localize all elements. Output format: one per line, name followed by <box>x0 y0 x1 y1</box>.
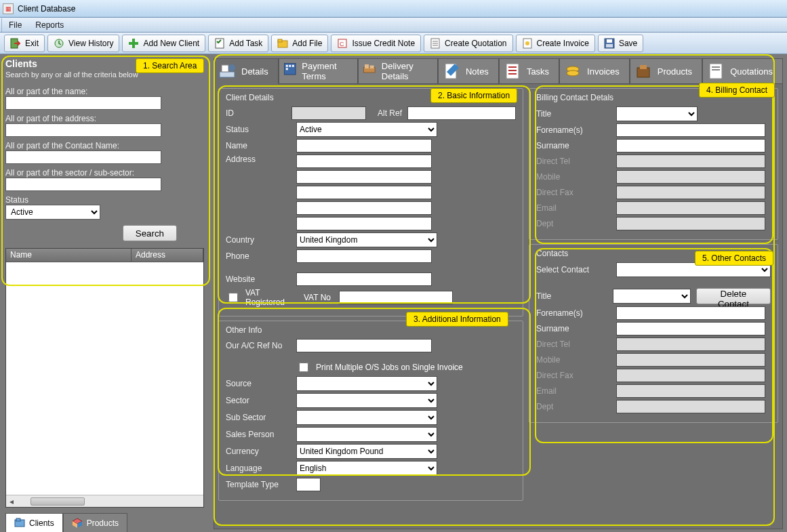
tab-products[interactable]: Products <box>630 58 702 84</box>
vat-registered-checkbox[interactable] <box>228 293 238 302</box>
svg-rect-36 <box>508 66 517 68</box>
contact-email-input <box>616 384 765 398</box>
website-input[interactable] <box>296 272 432 286</box>
detail-tab-strip: Details Payment Terms Delivery Details N… <box>214 57 783 84</box>
search-address-input[interactable] <box>5 123 161 137</box>
exit-button[interactable]: Exit <box>4 35 45 52</box>
phone-label: Phone <box>226 251 291 261</box>
search-status-label: Status <box>5 195 204 205</box>
tab-delivery-label: Delivery Details <box>382 61 428 81</box>
bottom-tab-products[interactable]: Products <box>63 513 127 532</box>
contact-direct-fax-input <box>616 369 765 382</box>
tab-invoices-label: Invoices <box>587 66 620 77</box>
search-contact-input[interactable] <box>5 150 161 164</box>
view-history-button[interactable]: View History <box>47 35 119 52</box>
notes-icon <box>443 62 460 80</box>
billing-dept-input <box>616 217 765 230</box>
billing-surname-input[interactable] <box>616 139 765 152</box>
col-name[interactable]: Name <box>6 249 132 262</box>
results-grid-hscroll[interactable]: ◂ <box>6 495 203 507</box>
country-select[interactable]: United Kingdom <box>296 232 437 247</box>
source-select[interactable] <box>296 376 437 391</box>
currency-label: Currency <box>226 447 291 456</box>
search-name-input[interactable] <box>5 96 161 110</box>
contact-mobile-label: Mobile <box>536 355 611 365</box>
save-button[interactable]: Save <box>598 35 643 52</box>
search-status-select[interactable]: Active <box>5 205 100 220</box>
issue-credit-note-button[interactable]: C Issue Credit Note <box>331 35 421 52</box>
contact-surname-input[interactable] <box>616 322 765 335</box>
tab-notes[interactable]: Notes <box>438 58 499 84</box>
bottom-tab-clients[interactable]: Clients <box>5 513 63 532</box>
billing-title-select[interactable] <box>616 106 698 121</box>
annotation-2: 2. Basic Information <box>430 88 517 103</box>
address-line1-input[interactable] <box>296 155 432 168</box>
create-invoice-button[interactable]: Create Invoice <box>516 35 595 52</box>
add-new-client-label: Add New Client <box>143 39 199 48</box>
address-postcode-input[interactable] <box>296 217 432 230</box>
address-label: Address <box>226 155 291 164</box>
phone-input[interactable] <box>296 249 432 263</box>
svg-rect-33 <box>370 66 374 69</box>
billing-mobile-input <box>616 170 765 184</box>
tab-details[interactable]: Details <box>214 58 279 84</box>
svg-rect-6 <box>278 39 282 42</box>
products-tab-icon <box>634 62 652 80</box>
ac-ref-input[interactable] <box>296 339 432 352</box>
svg-rect-45 <box>712 69 720 70</box>
create-quotation-button[interactable]: Create Quotation <box>424 35 512 52</box>
vat-no-input[interactable] <box>339 291 453 304</box>
sector-select[interactable] <box>296 393 437 408</box>
status-select[interactable]: Active <box>296 122 437 137</box>
plus-icon <box>128 38 139 49</box>
sales-person-select[interactable] <box>296 427 437 442</box>
menu-file[interactable]: File <box>1 18 28 32</box>
vat-registered-label: VAT Registered <box>245 288 298 307</box>
svg-rect-4 <box>216 39 224 48</box>
print-multiple-checkbox[interactable] <box>299 363 308 372</box>
altref-input[interactable] <box>407 106 516 120</box>
tab-payment-terms[interactable]: Payment Terms <box>279 58 358 84</box>
add-file-button[interactable]: Add File <box>271 35 328 52</box>
billing-mobile-label: Mobile <box>536 172 611 182</box>
currency-select[interactable]: United Kingdom Pound <box>296 444 437 459</box>
subsector-select[interactable] <box>296 410 437 425</box>
address-line4-input[interactable] <box>296 201 432 215</box>
group-client-details: Client Details ID Alt Ref Status Active … <box>218 88 523 316</box>
template-type-input[interactable] <box>296 478 321 491</box>
search-button[interactable]: Search <box>123 225 177 241</box>
clients-icon <box>14 518 25 529</box>
results-grid[interactable]: Name Address ◂ <box>5 248 204 508</box>
svg-rect-43 <box>710 64 722 79</box>
tab-details-label: Details <box>241 66 268 77</box>
delete-contact-button[interactable]: Delete Contact <box>696 288 771 304</box>
svg-rect-19 <box>16 518 20 521</box>
tab-tasks[interactable]: Tasks <box>499 58 559 84</box>
billing-direct-fax-label: Direct Fax <box>536 188 611 197</box>
search-sector-input[interactable] <box>5 178 161 191</box>
add-new-client-button[interactable]: Add New Client <box>122 35 205 52</box>
address-line3-input[interactable] <box>296 186 432 199</box>
billing-forename-input[interactable] <box>616 123 765 137</box>
language-select[interactable]: English <box>296 461 437 476</box>
quotation-icon <box>430 38 441 49</box>
col-address[interactable]: Address <box>132 249 203 262</box>
billing-dept-label: Dept <box>536 219 611 228</box>
svg-rect-32 <box>365 64 369 68</box>
altref-label: Alt Ref <box>371 108 402 118</box>
contact-title-select[interactable] <box>613 289 691 304</box>
billing-direct-tel-input <box>616 155 765 168</box>
contact-direct-fax-label: Direct Fax <box>536 371 611 380</box>
menu-reports[interactable]: Reports <box>28 18 70 32</box>
add-task-button[interactable]: Add Task <box>208 35 268 52</box>
address-line2-input[interactable] <box>296 170 432 184</box>
client-name-input[interactable] <box>296 139 432 152</box>
contact-direct-tel-label: Direct Tel <box>536 340 611 349</box>
contact-forename-input[interactable] <box>616 306 765 320</box>
tab-invoices[interactable]: Invoices <box>559 58 630 84</box>
delivery-icon <box>363 62 376 80</box>
sector-label: Sector <box>226 396 291 405</box>
tab-delivery-details[interactable]: Delivery Details <box>358 58 438 84</box>
contact-direct-tel-input <box>616 337 765 351</box>
tab-quotations[interactable]: Quotations <box>702 58 783 84</box>
